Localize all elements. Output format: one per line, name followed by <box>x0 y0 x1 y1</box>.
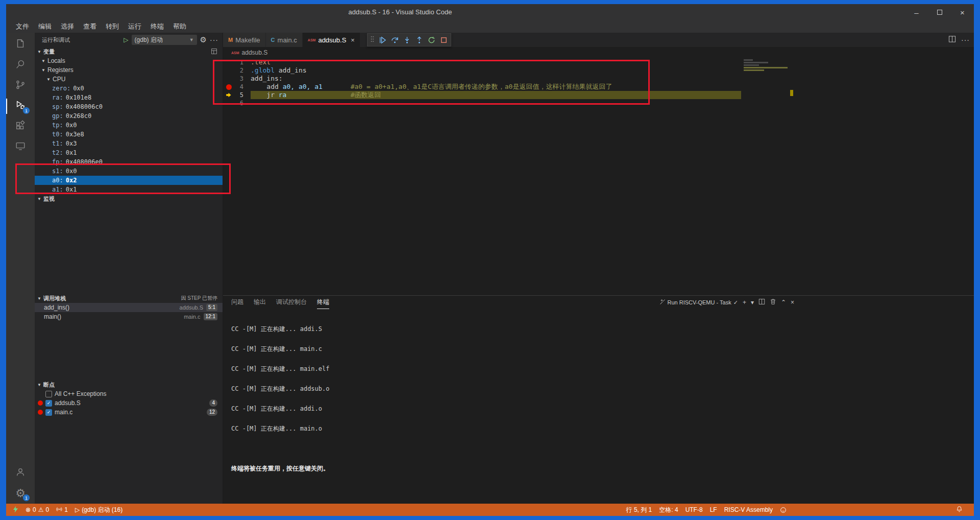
activity-account[interactable] <box>6 463 35 483</box>
menu-item-edit[interactable]: 编辑 <box>34 20 56 33</box>
terminal-output[interactable]: CC -[M] 正在构建... addi.S CC -[M] 正在构建... m… <box>223 309 974 520</box>
terminal-task-selector[interactable]: Run RISCV-QEMU - Task ✓ <box>659 299 738 306</box>
register-row[interactable]: fp:0x408006e0 <box>35 157 223 167</box>
tree-registers[interactable]: ▼ Registers <box>35 65 223 75</box>
tab-main-c[interactable]: C main.c <box>266 33 303 47</box>
register-row[interactable]: gp:0x268c0 <box>35 111 223 121</box>
register-row[interactable]: tp:0x0 <box>35 121 223 130</box>
more-actions-icon[interactable]: ··· <box>210 36 218 44</box>
gutter[interactable]: 1 <box>223 58 251 66</box>
new-terminal-icon[interactable]: + <box>743 299 746 306</box>
gutter[interactable]: 5 <box>223 91 251 99</box>
kill-terminal-icon[interactable] <box>770 298 776 306</box>
register-row[interactable]: sp:0x408006c0 <box>35 102 223 111</box>
activity-search[interactable] <box>6 55 35 76</box>
split-terminal-icon[interactable] <box>758 298 765 306</box>
menu-item-selection[interactable]: 选择 <box>56 20 79 33</box>
tree-cpu[interactable]: ▼ CPU <box>35 75 223 84</box>
breadcrumb[interactable]: ASM addsub.S <box>223 47 974 58</box>
tab-makefile[interactable]: M Makefile <box>223 33 266 47</box>
more-actions-icon[interactable]: ··· <box>961 36 970 44</box>
step-over-icon[interactable] <box>391 36 399 44</box>
tree-locals[interactable]: ▼ Locals <box>35 56 223 65</box>
section-breakpoints[interactable]: ▼ 断点 <box>35 380 223 389</box>
panel-tab-problems[interactable]: 问题 <box>231 296 243 309</box>
maximize-button[interactable] <box>928 4 951 20</box>
step-into-icon[interactable] <box>403 36 411 44</box>
register-row[interactable]: zero:0x0 <box>35 84 223 93</box>
breakpoint-dot[interactable] <box>226 84 232 90</box>
section-variables[interactable]: ▼ 变量 <box>35 47 223 56</box>
section-callstack[interactable]: ▼ 调用堆栈 因 STEP 已暂停 <box>35 294 223 303</box>
files-icon <box>15 38 26 52</box>
breakpoint-checkbox[interactable] <box>45 391 52 397</box>
code-editor[interactable]: 1 .text 2 .globl add_ins 3 add_ins: 4 ad… <box>223 58 974 295</box>
notifications-bell-icon[interactable] <box>956 506 963 514</box>
minimize-button[interactable]: – <box>905 4 928 20</box>
maximize-panel-icon[interactable]: ⌃ <box>781 299 786 306</box>
panel-tab-terminal[interactable]: 终端 <box>317 296 329 309</box>
remote-indicator[interactable] <box>9 504 22 516</box>
split-editor-icon[interactable] <box>948 35 956 45</box>
section-watch[interactable]: ▼ 监视 <box>35 194 223 203</box>
encoding-status[interactable]: UTF-8 <box>682 504 706 516</box>
register-row[interactable]: a1:0x1 <box>35 185 223 194</box>
restart-icon[interactable] <box>428 36 435 44</box>
menu-item-terminal[interactable]: 终端 <box>146 20 168 33</box>
eol-status[interactable]: LF <box>706 504 721 516</box>
activity-settings[interactable]: ⚙ 1 <box>6 483 35 504</box>
breakpoint-row[interactable]: All C++ Exceptions <box>35 389 223 398</box>
indentation-status[interactable]: 空格: 4 <box>655 504 681 516</box>
activity-source-control[interactable] <box>6 76 35 96</box>
activity-remote-explorer[interactable] <box>6 137 35 157</box>
language-mode-status[interactable]: RISC-V Assembly <box>721 504 776 516</box>
close-panel-icon[interactable]: × <box>791 299 794 306</box>
activity-extensions[interactable] <box>6 116 35 137</box>
feedback-icon[interactable] <box>776 504 790 516</box>
breakpoint-row[interactable]: ✓ main.c 12 <box>35 408 223 417</box>
start-debug-icon[interactable]: ▷ <box>124 36 128 43</box>
register-row-selected[interactable]: a0:0x2 <box>35 176 223 185</box>
register-row[interactable]: t1:0x3 <box>35 139 223 148</box>
panel-tab-output[interactable]: 输出 <box>254 296 266 309</box>
drag-handle-icon[interactable] <box>371 35 374 45</box>
register-row[interactable]: ra:0x101e8 <box>35 93 223 102</box>
register-row[interactable]: s1:0x0 <box>35 167 223 176</box>
launch-config-select[interactable]: (gdb) 启动 ▼ <box>132 35 197 45</box>
breakpoint-checkbox[interactable]: ✓ <box>45 409 52 416</box>
cursor-position-status[interactable]: 行 5, 列 1 <box>623 504 656 516</box>
gutter[interactable]: 3 <box>223 75 251 83</box>
close-tab-icon[interactable]: × <box>351 36 355 44</box>
breakpoint-checkbox[interactable]: ✓ <box>45 400 52 407</box>
panel-tab-debug-console[interactable]: 调试控制台 <box>276 296 307 309</box>
problems-status[interactable]: ⊗0 ⚠0 <box>22 504 53 516</box>
menu-item-help[interactable]: 帮助 <box>168 20 191 33</box>
stack-frame-row[interactable]: main() main.c 12:1 <box>35 312 223 321</box>
activity-explorer[interactable] <box>6 35 35 55</box>
menu-item-run[interactable]: 运行 <box>124 20 146 33</box>
ports-indicator[interactable]: 1 <box>53 504 71 516</box>
step-out-icon[interactable] <box>415 36 423 44</box>
activity-run-debug[interactable]: 1 <box>6 96 35 116</box>
stack-frame-row[interactable]: add_ins() addsub.S 5:1 <box>35 303 223 312</box>
gutter[interactable]: 6 <box>223 99 251 107</box>
launch-gear-icon[interactable]: ⚙ <box>200 35 207 44</box>
gutter[interactable]: 4 <box>223 83 251 91</box>
minimap[interactable] <box>744 59 789 115</box>
menu-item-goto[interactable]: 转到 <box>101 20 124 33</box>
register-row[interactable]: t2:0x1 <box>35 148 223 157</box>
register-row[interactable]: t0:0x3e8 <box>35 130 223 139</box>
breakpoint-row[interactable]: ✓ addsub.S 4 <box>35 398 223 408</box>
gutter[interactable]: 2 <box>223 66 251 75</box>
tab-addsub-s[interactable]: ASM addsub.S × <box>303 33 360 47</box>
terminal-dropdown-icon[interactable]: ▾ <box>751 299 754 306</box>
debug-layout-icon[interactable] <box>211 48 223 56</box>
search-icon <box>15 59 26 72</box>
continue-icon[interactable] <box>379 36 386 44</box>
debug-session-status[interactable]: ▷ (gdb) 启动 (16) <box>71 504 126 516</box>
stop-icon[interactable] <box>440 36 448 44</box>
menu-item-view[interactable]: 查看 <box>79 20 101 33</box>
menu-bar: 文件 编辑 选择 查看 转到 运行 终端 帮助 <box>6 20 974 33</box>
close-button[interactable]: × <box>951 4 974 20</box>
menu-item-file[interactable]: 文件 <box>11 20 34 33</box>
